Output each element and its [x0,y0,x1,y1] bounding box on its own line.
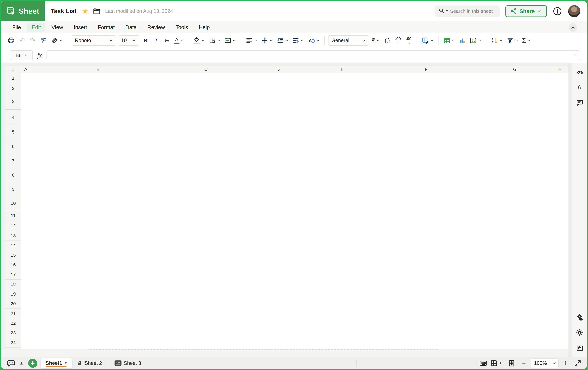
zoom-dropdown[interactable] [550,359,558,368]
menu-item-insert[interactable]: Insert [70,23,91,32]
menu-item-format[interactable]: Format [94,23,119,32]
row-header-9[interactable]: 9 [5,182,21,196]
bold-button[interactable]: B [141,35,150,46]
column-header-F[interactable]: F [374,66,478,73]
italic-button[interactable]: I [152,35,161,46]
add-sheet-button[interactable]: + [28,359,37,368]
feedback-button[interactable] [575,343,585,353]
decrease-decimal-button[interactable]: .00 ← [393,35,402,46]
theme-brightness-button[interactable] [575,328,585,338]
horizontal-scrollbar[interactable] [1,349,568,357]
horizontal-align-button[interactable] [245,35,259,46]
menu-item-edit[interactable]: Edit [27,23,45,32]
column-header-H[interactable]: H [552,66,568,73]
row-header-11[interactable]: 11 [5,210,21,221]
fill-color-button[interactable] [193,35,206,46]
wrap-text-button[interactable] [291,35,305,46]
view-settings-button[interactable] [575,312,585,323]
fit-to-screen-button[interactable] [506,358,517,368]
row-header-4[interactable]: 4 [5,110,21,125]
sum-functions-button[interactable]: Σ [521,35,532,46]
clear-format-button[interactable] [50,35,64,46]
column-header-G[interactable]: G [478,66,552,73]
cell-name-box[interactable]: B8 ▼ [10,50,33,60]
insert-chart-button[interactable] [458,35,467,46]
zoom-out-button[interactable]: − [520,359,528,367]
folder-icon[interactable] [93,7,101,15]
chat-comments-button[interactable] [6,358,16,368]
sheet-tab-dropdown-icon[interactable]: ▼ [64,362,67,365]
vertical-scrollbar[interactable] [568,63,572,357]
row-header-6[interactable]: 6 [5,139,21,154]
app-logo[interactable]: Sheet [1,1,45,21]
font-color-button[interactable]: A [173,35,185,46]
print-button[interactable] [7,35,16,46]
virtual-keyboard-button[interactable] [478,358,489,368]
font-size-select[interactable]: 10 [118,35,139,46]
row-header-22[interactable]: 22 [5,318,21,328]
filter-button[interactable] [505,35,519,46]
row-header-20[interactable]: 20 [5,299,21,309]
search-input[interactable] [450,8,495,14]
menu-item-view[interactable]: View [47,23,67,32]
formula-bar-expand-icon[interactable]: ▼ [574,54,576,57]
vertical-align-button[interactable] [260,35,274,46]
row-header-19[interactable]: 19 [5,289,21,299]
sheet-tab-sheet2[interactable]: Sheet 2 [72,358,107,368]
formula-input[interactable]: ▼ [46,50,580,60]
sort-button[interactable]: A Z [490,35,504,46]
favorite-star-icon[interactable]: ★ [82,8,88,15]
row-header-1[interactable]: 1 [5,73,21,83]
insert-table-button[interactable] [442,35,456,46]
undo-button[interactable]: ↶ [18,35,27,46]
row-header-18[interactable]: 18 [5,279,21,289]
spreadsheet-canvas[interactable] [21,73,568,349]
row-header-25[interactable]: 25 [5,348,21,349]
text-rotate-button[interactable]: A [307,35,321,46]
column-header-C[interactable]: C [166,66,246,73]
row-header-3[interactable]: 3 [5,93,21,110]
indent-button[interactable] [276,35,290,46]
row-header-13[interactable]: 13 [5,231,21,241]
formula-text-field[interactable] [50,53,574,58]
row-header-23[interactable]: 23 [5,328,21,338]
menu-item-data[interactable]: Data [121,23,141,32]
strikethrough-button[interactable]: S [162,35,171,46]
row-header-21[interactable]: 21 [5,309,21,318]
row-header-24[interactable]: 24 [5,338,21,348]
zoom-in-button[interactable]: + [561,359,569,367]
increase-decimal-button[interactable]: .00 → [404,35,413,46]
sheet-search[interactable]: ▼ [435,6,500,17]
row-header-5[interactable]: 5 [5,125,21,139]
format-painter-button[interactable] [39,35,48,46]
sheet-tab-sheet3[interactable]: 12 Sheet 3 [110,358,146,368]
row-header-7[interactable]: 7 [5,154,21,168]
user-avatar[interactable] [568,5,580,18]
currency-format-button[interactable]: ₹ [371,35,381,46]
redo-button[interactable]: ↷ [28,35,37,46]
column-header-B[interactable]: B [30,66,166,73]
menu-item-tools[interactable]: Tools [171,23,192,32]
comments-panel-button[interactable] [575,98,585,108]
borders-button[interactable] [208,35,221,46]
row-header-15[interactable]: 15 [5,250,21,260]
row-header-14[interactable]: 14 [5,241,21,250]
conditional-format-button[interactable] [421,35,435,46]
menu-item-file[interactable]: File [8,23,25,32]
sheet-tab-sheet1[interactable]: Sheet1 ▼ [41,358,72,368]
comma-style-button[interactable]: (,) [383,35,392,46]
merge-cells-button[interactable] [223,35,237,46]
freeze-panes-button[interactable]: ▼ [489,358,504,368]
column-header-D[interactable]: D [246,66,310,73]
zia-assistant-button[interactable] [575,67,585,78]
column-header-E[interactable]: E [310,66,374,73]
menu-item-help[interactable]: Help [195,23,214,32]
collapse-toolbar-button[interactable] [568,23,577,32]
document-title[interactable]: Task List [51,8,76,15]
number-format-select[interactable]: General [328,35,369,46]
insert-image-button[interactable] [469,35,483,46]
row-header-10[interactable]: 10 [5,196,21,210]
row-header-12[interactable]: 12 [5,221,21,231]
row-header-16[interactable]: 16 [5,260,21,270]
row-header-8[interactable]: 8 [5,168,21,182]
